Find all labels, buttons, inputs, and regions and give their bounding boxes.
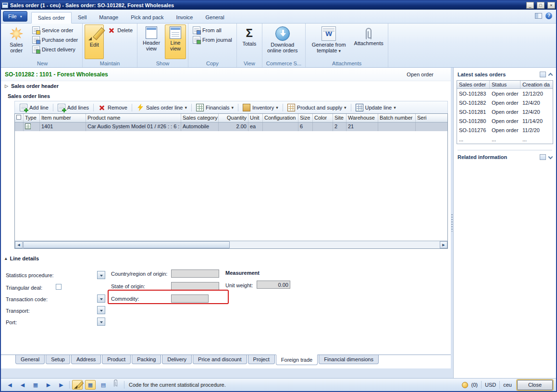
service-order-button[interactable]: Service order xyxy=(30,25,80,35)
list-item[interactable]: SO-101283 Open order 12/12/20 xyxy=(457,89,553,98)
cell-item-number[interactable]: 1401 xyxy=(40,122,86,131)
sales-order-line-menu[interactable]: Sales order line▾ xyxy=(134,103,190,112)
col-header-type[interactable]: Type xyxy=(24,114,40,122)
splitter-grip[interactable] xyxy=(451,214,453,232)
purchase-order-button[interactable]: Purchase order xyxy=(30,35,80,45)
totals-button[interactable]: Σ Totals xyxy=(239,24,260,59)
document-attachments-button[interactable] xyxy=(111,380,122,390)
col-header-item-number[interactable]: Item number xyxy=(40,114,86,122)
transaction-code-dropdown[interactable] xyxy=(97,294,105,303)
factbox-menu-icon[interactable] xyxy=(540,72,546,77)
add-lines-button[interactable]: Add lines xyxy=(55,103,92,112)
title-bar[interactable]: Sales order (1 - ceu) - Sales order: SO-… xyxy=(1,1,556,10)
alerts-bell-icon[interactable] xyxy=(462,382,468,388)
sales-order-header-section[interactable]: ▷ Sales order header xyxy=(1,81,451,91)
tab-project[interactable]: Project xyxy=(248,355,275,364)
col-header-product-name[interactable]: Product name xyxy=(86,114,181,122)
latest-col-sales-order[interactable]: Sales order xyxy=(457,81,490,88)
collapse-down-chevron-icon[interactable] xyxy=(548,154,553,159)
edit-mode-button[interactable] xyxy=(72,380,83,390)
triangular-deal-checkbox[interactable] xyxy=(56,284,62,290)
col-header-quantity[interactable]: Quantity xyxy=(219,114,248,122)
cell-product-name[interactable]: Car Audio System Model 01 / #26 : : 6 : xyxy=(86,122,181,131)
factbox-menu-icon[interactable] xyxy=(540,154,546,160)
tab-delivery[interactable]: Delivery xyxy=(162,355,192,364)
select-all-cell[interactable] xyxy=(15,114,24,122)
edit-button[interactable]: Edit xyxy=(85,24,104,59)
col-header-configuration[interactable]: Configuration xyxy=(263,114,298,122)
country-origin-input[interactable] xyxy=(171,270,219,278)
next-record-button[interactable]: ▶ xyxy=(43,380,54,390)
inventory-menu[interactable]: Inventory▾ xyxy=(240,103,281,112)
state-origin-input[interactable] xyxy=(171,282,219,290)
statistics-procedure-dropdown[interactable] xyxy=(97,271,105,279)
from-all-button[interactable]: From all xyxy=(190,25,235,35)
col-header-serial[interactable]: Seri xyxy=(416,114,447,122)
tab-pick-and-pack[interactable]: Pick and pack xyxy=(124,12,170,23)
scrollbar-thumb[interactable] xyxy=(23,241,230,248)
attachments-button[interactable]: Attachments xyxy=(351,24,386,59)
select-all-checkbox[interactable] xyxy=(16,115,21,120)
row-selector-cell[interactable] xyxy=(15,122,24,131)
direct-delivery-button[interactable]: Direct delivery xyxy=(30,45,80,54)
tab-general-bottom[interactable]: General xyxy=(15,355,45,364)
latest-col-creation-date[interactable]: Creation da xyxy=(520,81,553,88)
help-icon[interactable]: ? xyxy=(545,12,552,19)
first-record-button[interactable]: ◀ xyxy=(4,380,15,390)
col-header-site[interactable]: Site xyxy=(333,114,347,122)
currency-field[interactable]: USD xyxy=(485,382,496,388)
grid-view-button[interactable]: ▦ xyxy=(30,380,41,390)
list-item[interactable]: SO-101281 Open order 12/4/20 xyxy=(457,107,553,116)
unit-weight-input[interactable]: 0.00 xyxy=(257,281,290,289)
product-and-supply-menu[interactable]: Product and supply▾ xyxy=(285,103,349,112)
line-details-header[interactable]: ▴ Line details xyxy=(5,256,39,261)
col-header-size[interactable]: Size xyxy=(298,114,313,122)
list-item[interactable]: SO-101276 Open order 11/2/20 xyxy=(457,125,553,135)
maximize-button[interactable]: □ xyxy=(537,2,545,9)
tab-sell[interactable]: Sell xyxy=(72,12,93,23)
tab-manage[interactable]: Manage xyxy=(93,12,124,23)
remove-button[interactable]: Remove xyxy=(95,103,130,112)
list-item[interactable]: ... ... ... xyxy=(457,135,553,144)
close-window-button[interactable]: × xyxy=(547,2,555,9)
tab-price-and-discount[interactable]: Price and discount xyxy=(193,355,247,364)
alerts-count[interactable]: (0) xyxy=(471,382,478,388)
cell-size[interactable]: 6 xyxy=(298,122,313,131)
cell-quantity[interactable]: 2.00 xyxy=(219,122,248,131)
cell-sales-category[interactable]: Automobile xyxy=(181,122,219,131)
port-dropdown[interactable] xyxy=(97,318,105,326)
cell-serial[interactable] xyxy=(416,122,447,131)
related-information-header[interactable]: Related information xyxy=(458,150,552,160)
list-item[interactable]: SO-101280 Open order 11/14/20 xyxy=(457,116,553,125)
transport-dropdown[interactable] xyxy=(97,306,105,314)
tab-address[interactable]: Address xyxy=(71,355,101,364)
commodity-input[interactable] xyxy=(171,294,209,303)
tab-product[interactable]: Product xyxy=(102,355,131,364)
last-record-button[interactable]: ▶ xyxy=(56,380,67,390)
list-item[interactable]: SO-101282 Open order 12/4/20 xyxy=(457,98,553,107)
financials-menu[interactable]: Financials▾ xyxy=(193,103,236,112)
show-grid-button[interactable]: ▦ xyxy=(85,380,96,390)
from-journal-button[interactable]: From journal xyxy=(190,35,235,45)
cell-configuration[interactable] xyxy=(263,122,298,131)
cell-color[interactable] xyxy=(313,122,333,131)
latest-col-status[interactable]: Status xyxy=(490,81,520,88)
close-button[interactable]: Close xyxy=(517,380,553,390)
show-details-button[interactable]: ▤ xyxy=(98,380,109,390)
tab-sales-order[interactable]: Sales order xyxy=(31,12,72,24)
table-row[interactable]: 1401 Car Audio System Model 01 / #26 : :… xyxy=(15,122,447,131)
add-line-button[interactable]: Add line xyxy=(17,103,51,112)
download-online-orders-button[interactable]: Download online orders xyxy=(264,24,301,59)
tab-packing[interactable]: Packing xyxy=(132,355,161,364)
cell-warehouse[interactable]: 21 xyxy=(347,122,378,131)
minimize-button[interactable]: _ xyxy=(526,2,534,9)
scroll-right-button[interactable]: ▶ xyxy=(440,241,447,248)
file-menu-button[interactable]: File ▾ xyxy=(3,11,27,22)
latest-sales-orders-header[interactable]: Latest sales orders xyxy=(454,68,556,79)
tab-setup[interactable]: Setup xyxy=(46,355,70,364)
generate-from-template-button[interactable]: W Generate from template ▾ xyxy=(308,24,350,59)
cell-unit[interactable]: ea xyxy=(248,122,263,131)
tab-invoice[interactable]: Invoice xyxy=(170,12,199,23)
tab-general[interactable]: General xyxy=(199,12,230,23)
company-field[interactable]: ceu xyxy=(503,382,512,388)
